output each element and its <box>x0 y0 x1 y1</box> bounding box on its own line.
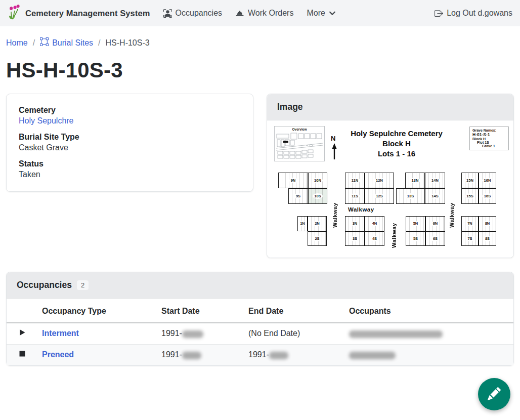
occupancies-count-badge: 2 <box>77 280 89 290</box>
walkway-label: Walkway <box>332 196 338 228</box>
breadcrumb: Home / Burial Sites / HS-H-10S-3 <box>0 26 520 48</box>
walkway-label: Walkway <box>348 206 374 213</box>
map-cell: 13S <box>396 188 425 204</box>
map-cell: 8S <box>479 231 496 246</box>
breadcrumb-burial-sites-label: Burial Sites <box>52 38 93 48</box>
grave-names-heading: Grave Names: <box>472 129 506 132</box>
nav-item-more[interactable]: More <box>307 9 335 18</box>
field-label: Burial Site Type <box>19 133 241 142</box>
map-cell: 15S <box>461 188 479 204</box>
map-cell: 15N <box>461 173 479 188</box>
overview-map-sketch <box>275 131 324 160</box>
start-date: 1991- <box>161 350 182 359</box>
map-title-line2: Block H <box>321 139 472 149</box>
redacted-text <box>349 352 396 359</box>
grave-plot: Plot 1S <box>477 141 506 144</box>
map-cell: 8N <box>479 216 496 231</box>
redacted-text <box>182 352 201 359</box>
overview-label: Overview <box>275 127 324 131</box>
field-label: Cemetery <box>19 106 241 115</box>
image-card: Image Overview <box>267 94 514 258</box>
grave-names-legend: Grave Names: H-01-S-1 Block H Plot 1S Gr… <box>469 127 509 150</box>
map-cell-current: 10S <box>308 188 327 204</box>
image-card-header: Image <box>267 94 513 120</box>
field-value: Casket Grave <box>19 143 241 152</box>
map-cell: 11S <box>345 188 365 204</box>
bounding-box-icon <box>40 37 49 48</box>
field-burial-site-type: Burial Site Type Casket Grave <box>19 133 241 152</box>
nav-label-more: More <box>307 9 325 18</box>
walkway-label: Walkway <box>391 217 397 248</box>
app-brand[interactable]: Cemetery Management System <box>8 5 150 22</box>
occupancy-type-link[interactable]: Preneed <box>42 350 74 359</box>
occupancies-card: Occupancies 2 Occupancy Type Start Date … <box>6 272 514 366</box>
plot-map-image: Overview <box>267 120 513 258</box>
overview-minimap: Overview <box>274 126 325 161</box>
burial-site-details-card: Cemetery Holy Sepulchre Burial Site Type… <box>6 94 253 192</box>
map-title-line3: Lots 1 - 16 <box>321 149 472 159</box>
table-header-row: Occupancy Type Start Date End Date Occup… <box>7 299 513 323</box>
map-cell: 7S <box>461 231 479 246</box>
map-cell: 9N <box>278 173 308 188</box>
box-arrow-right-icon <box>435 9 443 18</box>
grave-block: Block H <box>472 137 506 141</box>
nav-item-occupancies[interactable]: Occupancies <box>163 9 223 18</box>
map-cell: 14S <box>425 188 445 204</box>
redacted-text <box>349 330 443 338</box>
breadcrumb-home[interactable]: Home <box>6 38 28 48</box>
column-header: Occupancy Type <box>38 299 157 323</box>
map-cell: 14N <box>425 173 445 188</box>
map-cell: 12N <box>365 173 394 188</box>
map-cell: 13N <box>405 173 425 188</box>
tulip-logo-icon <box>8 5 21 22</box>
column-header: Occupants <box>345 299 513 323</box>
map-cell: 16N <box>479 173 496 188</box>
field-label: Status <box>19 159 241 169</box>
map-cell: 2N <box>308 216 327 231</box>
map-title: Holy Sepulchre Cemetery Block H Lots 1 -… <box>321 129 472 159</box>
nav-item-work-orders[interactable]: Work Orders <box>235 9 293 18</box>
occupancies-card-header: Occupancies 2 <box>7 272 513 299</box>
cemetery-link[interactable]: Holy Sepulchre <box>19 116 241 125</box>
field-status: Status Taken <box>19 159 241 179</box>
breadcrumb-separator: / <box>33 38 35 48</box>
redacted-text <box>182 330 203 338</box>
breadcrumb-burial-sites[interactable]: Burial Sites <box>40 37 93 48</box>
end-date: (No End Date) <box>248 329 300 338</box>
map-cell: 4N <box>365 216 384 231</box>
field-cemetery: Cemetery Holy Sepulchre <box>19 106 241 125</box>
occupancies-title: Occupancies <box>17 280 72 290</box>
occupancy-type-link[interactable]: Interment <box>42 329 79 338</box>
map-cell: 1N <box>297 216 308 231</box>
map-cell: 3S <box>345 231 365 246</box>
map-cell: 4S <box>365 231 384 246</box>
table-row: Interment 1991- (No End Date) <box>7 323 513 344</box>
pencil-icon <box>488 387 501 402</box>
hard-hat-icon <box>235 9 244 18</box>
chevron-down-icon <box>329 10 336 17</box>
map-cell: 2S <box>308 231 327 246</box>
status-column-header <box>7 299 38 323</box>
grave-number: Grave 1 <box>482 144 506 148</box>
map-cell: 7N <box>461 216 479 231</box>
nav-items: Occupancies Work Orders More <box>163 9 336 18</box>
top-navbar: Cemetery Management System Occupancies W… <box>0 0 520 26</box>
map-cell: 9S <box>288 188 308 204</box>
field-value: Taken <box>19 170 241 179</box>
edit-fab-button[interactable] <box>478 378 510 410</box>
start-date: 1991- <box>161 329 182 338</box>
column-header: End Date <box>244 299 345 323</box>
map-cell: 16S <box>479 188 496 204</box>
column-header: Start Date <box>157 299 244 323</box>
map-cell: 3N <box>345 216 365 231</box>
app-title: Cemetery Management System <box>25 9 150 18</box>
page-title: HS-H-10S-3 <box>0 48 520 82</box>
map-cell: 5N <box>406 216 425 231</box>
logout-button[interactable]: Log Out d.gowans <box>435 9 512 18</box>
breadcrumb-separator: / <box>98 38 100 48</box>
logout-label: Log Out d.gowans <box>447 9 512 18</box>
map-cell: 10N <box>308 173 327 188</box>
walkway-label: Walkway <box>449 196 455 228</box>
redacted-text <box>269 352 288 359</box>
play-icon <box>19 329 26 338</box>
